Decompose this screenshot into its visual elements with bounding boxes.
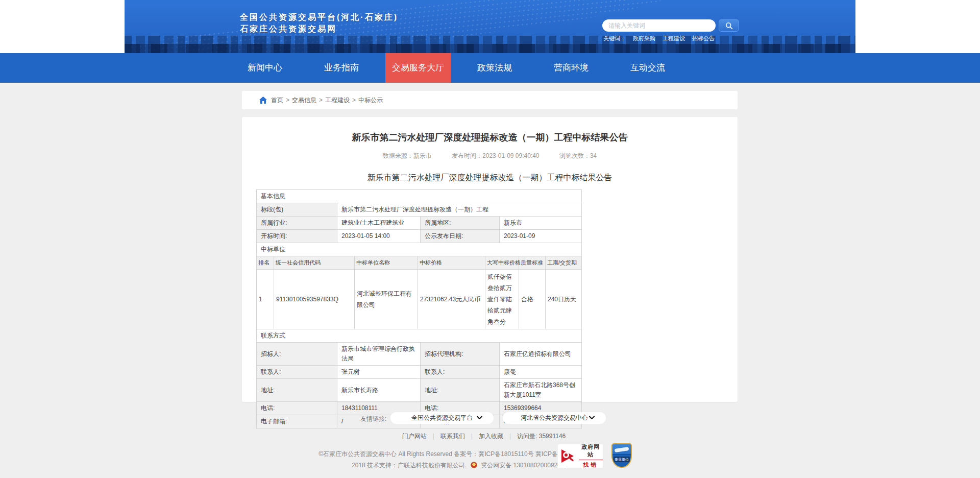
address2-value: 石家庄市新石北路368号创新大厦1011室 xyxy=(500,379,582,402)
breadcrumb-separator: > xyxy=(319,97,323,104)
region-label: 所属地区: xyxy=(421,217,500,230)
friendly-link-select-2[interactable]: 河北省公共资源交易中心 xyxy=(503,412,606,424)
friendly-link-select-2-value: 河北省公共资源交易中心 xyxy=(521,414,588,422)
breadcrumb-engineering[interactable]: 工程建设 xyxy=(325,96,350,105)
industry-value: 建筑业/土木工程建筑业 xyxy=(337,217,421,230)
friendly-links-label: 友情链接: xyxy=(360,415,386,423)
chevron-down-icon xyxy=(589,416,595,420)
breadcrumb: 首页 > 交易信息 > 工程建设 > 中标公示 xyxy=(242,91,738,109)
keyword-link-3[interactable]: 招标公告 xyxy=(692,35,715,41)
banner-skyline-decoration-2 xyxy=(125,44,855,53)
footer-link-portal[interactable]: 门户网站 xyxy=(402,433,427,440)
tenderer-value: 新乐市城市管理综合行政执法局 xyxy=(337,343,421,366)
publish-date-label: 公示发布日期: xyxy=(421,230,500,243)
nav-item-policy[interactable]: 政策法规 xyxy=(456,53,533,83)
bid-section-value: 新乐市第二污水处理厂深度处理提标改造（一期）工程 xyxy=(337,203,582,217)
footer-divider: | xyxy=(509,433,511,440)
breadcrumb-home[interactable]: 首页 xyxy=(271,96,283,105)
winner-rank: 1 xyxy=(257,270,274,329)
tech-support-text: 2018 技术支持：广联达科技股份有限公司. xyxy=(352,462,467,469)
table-row: 基本信息 xyxy=(257,190,582,203)
section-winner: 中标单位 xyxy=(257,243,582,256)
nav-item-business-env[interactable]: 营商环境 xyxy=(533,53,609,83)
table-row: 开标时间: 2023-01-05 14:00 公示发布日期: 2023-01-0… xyxy=(257,230,582,243)
address2-label: 地址: xyxy=(421,379,500,402)
badge-find-error-text: 找错 xyxy=(579,461,603,469)
open-time-value: 2023-01-05 14:00 xyxy=(337,230,421,243)
winner-credit-code: 91130100593597833Q xyxy=(274,270,355,329)
main-navigation: 新闻中心 业务指南 交易服务大厅 政策法规 营商环境 互动交流 xyxy=(0,53,980,83)
basic-info-table: 基本信息 标段(包) 新乐市第二污水处理厂深度处理提标改造（一期）工程 所属行业… xyxy=(256,189,582,256)
winner-data-row: 1 91130100593597833Q 河北诚乾环保工程有限公司 273210… xyxy=(257,270,582,329)
beian-number[interactable]: 冀公网安备 13010802000926号 xyxy=(481,462,567,469)
police-emblem-icon xyxy=(471,462,477,468)
section-basic-info: 基本信息 xyxy=(257,190,582,203)
breadcrumb-separator: > xyxy=(286,97,289,104)
nav-item-guide-label[interactable]: 业务指南 xyxy=(317,53,365,83)
contact1-value: 张元树 xyxy=(337,366,421,379)
nav-item-trade-hall[interactable]: 交易服务大厅 xyxy=(380,53,456,83)
winner-price-caps: 贰仟柒佰叁拾贰万壹仟零陆拾贰元肆角叁分 xyxy=(485,270,519,329)
footer-divider: | xyxy=(471,433,473,440)
address1-label: 地址: xyxy=(257,379,337,402)
table-row: 所属行业: 建筑业/土木工程建筑业 所属地区: 新乐市 xyxy=(257,217,582,230)
table-row: 地址: 新乐市长寿路 地址: 石家庄市新石北路368号创新大厦1011室 xyxy=(257,379,582,402)
breadcrumb-separator: > xyxy=(352,97,356,104)
search-button[interactable] xyxy=(719,19,739,32)
bid-section-label: 标段(包) xyxy=(257,203,337,217)
meta-publish-time: 发布时间：2023-01-09 09:40:40 xyxy=(452,152,539,159)
nav-item-news[interactable]: 新闻中心 xyxy=(227,53,303,83)
breadcrumb-award-notice[interactable]: 中标公示 xyxy=(358,96,383,105)
nav-item-interaction[interactable]: 互动交流 xyxy=(609,53,686,83)
winner-price: 27321062.43元人民币 xyxy=(418,270,485,329)
footer-link-contact[interactable]: 联系我们 xyxy=(440,433,465,440)
tenderer-label: 招标人: xyxy=(257,343,337,366)
gov-site-error-report-badge[interactable]: 政府网站 找错 xyxy=(558,444,603,468)
nav-item-guide[interactable]: 业务指南 xyxy=(303,53,380,83)
hot-keywords-label: 关键词： xyxy=(603,35,626,41)
section-contact: 联系方式 xyxy=(257,329,582,343)
friendly-link-select-1[interactable]: 全国公共资源交易平台 xyxy=(390,412,494,424)
winner-quality: 合格 xyxy=(519,270,546,329)
table-row: 招标人: 新乐市城市管理综合行政执法局 招标代理机构: 石家庄亿通招标有限公司 xyxy=(257,343,582,366)
industry-label: 所属行业: xyxy=(257,217,337,230)
email1-label: 电子邮箱: xyxy=(257,415,337,428)
nav-item-news-label[interactable]: 新闻中心 xyxy=(241,53,289,83)
site-logo: 全国公共资源交易平台(河北·石家庄) 石家庄公共资源交易网 xyxy=(240,11,398,35)
nav-item-business-env-label[interactable]: 营商环境 xyxy=(547,53,595,83)
visit-count: 访问量: 35991146 xyxy=(517,433,566,440)
nav-item-interaction-label[interactable]: 互动交流 xyxy=(624,53,672,83)
error-report-magnifier-icon xyxy=(560,448,576,464)
winner-col-quality: 质量标准 xyxy=(519,256,546,270)
address1-value: 新乐市长寿路 xyxy=(337,379,421,402)
hot-keywords: 关键词：政府采购工程建设招标公告 xyxy=(603,35,722,42)
phone1-label: 电话: xyxy=(257,402,337,415)
search-icon xyxy=(725,22,733,30)
nav-item-trade-hall-label[interactable]: 交易服务大厅 xyxy=(385,53,451,83)
article-meta: 数据来源：新乐市 发布时间：2023-01-09 09:40:40 浏览次数：3… xyxy=(242,152,738,160)
keyword-link-2[interactable]: 工程建设 xyxy=(663,35,685,41)
site-banner: 全国公共资源交易平台(河北·石家庄) 石家庄公共资源交易网 关键词：政府采购工程… xyxy=(125,0,855,53)
winner-duration: 240日历天 xyxy=(546,270,582,329)
breadcrumb-trade-info[interactable]: 交易信息 xyxy=(292,96,316,105)
publish-date-value: 2023-01-09 xyxy=(500,230,582,243)
open-time-label: 开标时间: xyxy=(257,230,337,243)
winner-table: 排名 统一社会信用代码 中标单位名称 中标价格 大写中标价格 质量标准 工期/交… xyxy=(256,256,582,329)
table-row: 中标单位 xyxy=(257,243,582,256)
nav-item-policy-label[interactable]: 政策法规 xyxy=(471,53,519,83)
badge-divider xyxy=(579,460,603,460)
site-logo-line2: 石家庄公共资源交易网 xyxy=(240,23,398,35)
footer-link-favorite[interactable]: 加入收藏 xyxy=(479,433,503,440)
meta-source: 数据来源：新乐市 xyxy=(383,152,432,159)
table-row: 联系人: 张元树 联系人: 康曼 xyxy=(257,366,582,379)
winner-col-price: 中标价格 xyxy=(418,256,485,270)
search-input[interactable] xyxy=(602,19,716,32)
winner-col-rank: 排名 xyxy=(257,256,274,270)
public-institution-badge[interactable]: 事业单位 xyxy=(611,443,632,468)
shield-band-text: 事业单位 xyxy=(614,457,630,462)
winner-col-price-caps: 大写中标价格 xyxy=(485,256,519,270)
keyword-link-1[interactable]: 政府采购 xyxy=(633,35,655,41)
winner-col-duration: 工期/交货期 xyxy=(546,256,582,270)
contact2-label: 联系人: xyxy=(421,366,500,379)
shield-emblem-icon xyxy=(612,444,631,455)
